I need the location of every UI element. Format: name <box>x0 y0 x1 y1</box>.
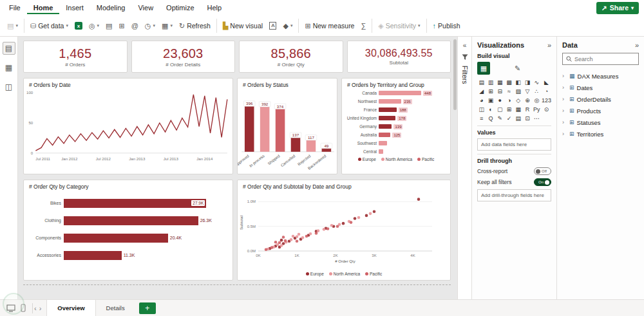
stacked-area-chart-icon[interactable]: ◢ <box>477 87 486 95</box>
kpi-card-order-qty[interactable]: 85,866 # Order Qty <box>239 41 343 73</box>
card-icon[interactable]: 123 <box>542 96 551 104</box>
power-apps-icon[interactable]: ⊡ <box>523 114 531 122</box>
menu-optimize[interactable]: Optimize <box>160 2 200 14</box>
multi-row-card-icon[interactable]: ◫ <box>477 105 486 113</box>
sql-server-button[interactable]: ▤ <box>102 17 115 34</box>
collapse-pane-icon[interactable]: » <box>547 41 551 49</box>
more-visuals-button[interactable]: ◆▾ <box>279 17 296 34</box>
field-territories[interactable]: ›⊞Territories <box>562 128 639 140</box>
matrix-icon[interactable]: ▦ <box>514 105 522 113</box>
hundred-stacked-column-icon[interactable]: ◨ <box>523 78 531 86</box>
python-visual-icon[interactable]: Py <box>533 105 541 113</box>
line-clustered-column-icon[interactable]: ⊞ <box>486 87 495 95</box>
canvas-scrollbar[interactable] <box>453 39 457 297</box>
keep-all-filters-toggle[interactable]: On <box>534 178 551 186</box>
new-measure-button[interactable]: ⊞New measure <box>301 17 357 34</box>
selected-visual-icon[interactable]: ▦ <box>477 62 490 75</box>
scatter-chart-card[interactable]: # Order Qty and Subtotal by Date and Gro… <box>237 180 451 281</box>
orders-by-date-chart[interactable]: # Orders by Date 100500Jul 2011Jan 2012J… <box>23 78 233 174</box>
previous-page-icon[interactable]: ‹ <box>33 304 38 312</box>
menu-file[interactable]: File <box>3 2 27 14</box>
more-options-icon[interactable]: ⋯ <box>533 114 541 122</box>
slicer-icon[interactable]: ▢ <box>496 105 504 113</box>
page-tab-overview[interactable]: Overview <box>46 300 95 316</box>
next-page-icon[interactable]: › <box>38 304 43 312</box>
new-visual-button[interactable]: ▙New visual <box>220 17 266 34</box>
refresh-button[interactable]: ↻Refresh <box>176 17 214 34</box>
pie-chart-icon[interactable]: ◔ <box>542 87 551 95</box>
line-chart-icon[interactable]: ∿ <box>533 78 541 86</box>
scatter-chart-icon[interactable]: ∴ <box>533 87 541 95</box>
menu-home[interactable]: Home <box>27 2 60 14</box>
shape-map-icon[interactable]: ◇ <box>514 96 522 104</box>
search-box[interactable] <box>562 53 639 65</box>
table-icon[interactable]: ⊞ <box>505 105 513 113</box>
add-drill-through-fields-well[interactable]: Add drill-through fields here <box>477 189 551 201</box>
clipboard-button[interactable]: ▤▾ <box>4 17 21 34</box>
filters-pane-collapsed[interactable]: « Filters <box>457 37 471 299</box>
order-qty-by-category-chart[interactable]: # Order Qty by Category Bikes27.9KClothi… <box>23 180 233 281</box>
kpi-card-orders[interactable]: 1,465 # Orders <box>23 41 128 73</box>
menu-modeling[interactable]: Modeling <box>90 2 132 14</box>
add-data-fields-well[interactable]: Add data fields here <box>477 138 551 151</box>
area-chart-icon[interactable]: ◣ <box>542 78 551 86</box>
text-box-button[interactable]: A <box>266 17 279 34</box>
field-dax-measures[interactable]: ›▦DAX Measures <box>562 70 639 82</box>
quick-measure-button[interactable]: ∑ <box>357 17 369 34</box>
smart-narrative-icon[interactable]: ✎ <box>496 114 504 122</box>
sensitivity-button[interactable]: ◈Sensitivity▾ <box>375 17 423 34</box>
ribbon-chart-icon[interactable]: ≈ <box>505 87 513 95</box>
field-products[interactable]: ›⊞Products <box>562 105 639 116</box>
field-dates[interactable]: ›⊞Dates <box>562 82 639 93</box>
publish-button[interactable]: ↑Publish <box>430 17 464 34</box>
enter-data-button[interactable]: ⊞ <box>115 17 128 34</box>
share-button[interactable]: ↗ Share ▾ <box>596 2 639 14</box>
qa-visual-icon[interactable]: Q <box>486 114 495 122</box>
excel-workbook-button[interactable]: x <box>71 17 86 34</box>
get-data-button[interactable]: ⛁Get data▾ <box>27 17 71 34</box>
stacked-bar-chart-icon[interactable]: ▤ <box>477 78 486 86</box>
field-orderdetails[interactable]: ›⊞OrderDetails <box>562 93 639 105</box>
new-page-button[interactable]: + <box>139 302 156 314</box>
report-view-icon[interactable]: ▤ <box>3 42 15 55</box>
search-input[interactable] <box>574 56 632 62</box>
orders-by-status-chart[interactable]: # Orders by Status 396Approved392In proc… <box>237 78 337 174</box>
map-icon[interactable]: ● <box>496 96 504 104</box>
kpi-card-subtotal[interactable]: 30,086,493.55 Subtotal <box>347 41 451 73</box>
gauge-icon[interactable]: ◎ <box>533 96 541 104</box>
format-pen-icon[interactable]: ✎ <box>515 64 520 73</box>
waterfall-chart-icon[interactable]: ▨ <box>514 87 522 95</box>
menu-view[interactable]: View <box>131 2 160 14</box>
menu-insert[interactable]: Insert <box>59 2 90 14</box>
model-view-icon[interactable]: ◫ <box>3 80 15 93</box>
decomposition-tree-icon[interactable]: ≡ <box>477 114 486 122</box>
menu-help[interactable]: Help <box>201 2 229 14</box>
hundred-stacked-bar-icon[interactable]: ◧ <box>514 78 522 86</box>
kpi-icon[interactable]: ◐ <box>486 105 495 113</box>
metrics-icon[interactable]: ✓ <box>505 114 513 122</box>
transform-data-button[interactable]: ▦▾ <box>158 17 176 34</box>
onelake-data-hub-button[interactable]: ◎▾ <box>86 17 102 34</box>
stacked-column-chart-icon[interactable]: ▦ <box>496 78 504 86</box>
line-stacked-column-icon[interactable]: ⊟ <box>496 87 504 95</box>
collapse-pane-icon[interactable]: » <box>635 41 639 49</box>
dataverse-button[interactable]: @ <box>128 17 142 34</box>
field-statuses[interactable]: ›⊞Statuses <box>562 116 639 128</box>
treemap-icon[interactable]: ▣ <box>486 96 495 104</box>
orders-by-territory-chart[interactable]: # Orders by Territory and Group Canada44… <box>341 78 451 174</box>
funnel-chart-icon[interactable]: ▽ <box>523 87 531 95</box>
cross-report-toggle[interactable]: Off <box>534 167 551 175</box>
filled-map-icon[interactable]: ◑ <box>505 96 513 104</box>
table-view-icon[interactable]: ▦ <box>3 61 15 74</box>
r-script-icon[interactable]: R <box>523 105 531 113</box>
report-canvas[interactable]: 1,465 # Orders 23,603 # Order Details 85… <box>18 37 457 299</box>
key-influencers-icon[interactable]: ⊙ <box>542 105 551 113</box>
clustered-column-chart-icon[interactable]: ▩ <box>505 78 513 86</box>
clustered-bar-chart-icon[interactable]: ▥ <box>486 78 495 86</box>
page-tab-details[interactable]: Details <box>96 300 135 316</box>
paginated-report-icon[interactable]: ▤ <box>514 114 522 122</box>
donut-chart-icon[interactable]: ◕ <box>477 96 486 104</box>
expand-pane-icon[interactable]: « <box>463 42 467 49</box>
kpi-card-order-details[interactable]: 23,603 # Order Details <box>131 41 236 73</box>
azure-map-icon[interactable]: ⊕ <box>523 96 531 104</box>
